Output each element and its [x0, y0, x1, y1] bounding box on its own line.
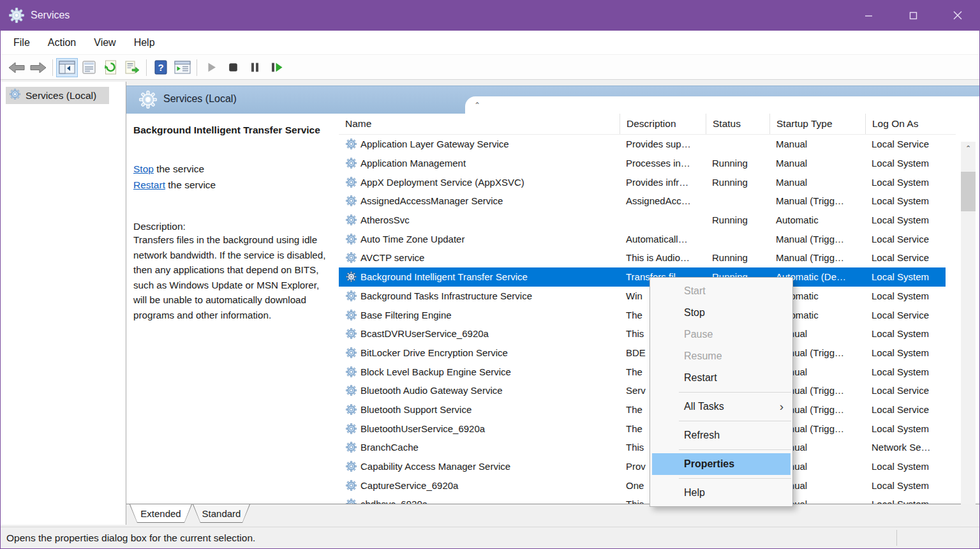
forward-icon	[29, 61, 47, 75]
service-action-links: Stop the service Restart the service	[133, 161, 332, 193]
service-row[interactable]: Block Level Backup Engine ServiceTheManu…	[339, 362, 946, 381]
menu-help[interactable]: Help	[125, 31, 164, 54]
show-action-pane-button[interactable]	[172, 58, 193, 77]
service-row[interactable]: BluetoothUserService_6920aTheManual (Tri…	[339, 419, 946, 438]
service-row[interactable]: Base Filtering EngineTheAutomaticLocal S…	[339, 305, 946, 324]
service-row[interactable]: Capability Access Manager ServiceProvMan…	[339, 457, 946, 476]
context-menu-item-label: Resume	[684, 350, 722, 361]
cell-startup: Manual (Trigg…	[769, 234, 865, 244]
service-name: Application Layer Gateway Service	[360, 139, 509, 149]
show-console-tree-button[interactable]	[56, 58, 78, 77]
cell-name: AVCTP service	[339, 252, 620, 263]
cell-description: Automaticall…	[620, 234, 706, 244]
list-rows: Application Layer Gateway ServiceProvide…	[339, 135, 956, 504]
service-row[interactable]: Bluetooth Audio Gateway ServiceServManua…	[339, 381, 946, 400]
service-name: Bluetooth Audio Gateway Service	[360, 385, 503, 396]
cell-name: Background Intelligent Transfer Service	[339, 271, 620, 282]
scroll-up-icon[interactable]: ⌃	[961, 142, 976, 154]
service-row[interactable]: Application ManagementProcesses in…Runni…	[339, 154, 946, 173]
service-row[interactable]: CaptureService_6920aOneManualLocal Syste…	[339, 476, 946, 495]
pause-service-button[interactable]	[244, 58, 265, 77]
cell-logon: Local Service	[865, 404, 946, 415]
context-menu-item-pause: Pause	[650, 324, 792, 345]
refresh-button[interactable]	[100, 58, 121, 77]
close-button[interactable]	[935, 0, 980, 31]
service-gear-icon	[346, 139, 357, 149]
cell-name: Base Filtering Engine	[339, 310, 620, 320]
service-row[interactable]: AVCTP serviceThis is Audio…RunningManual…	[339, 248, 946, 267]
toolbar-separator	[146, 59, 147, 76]
selected-service-title: Background Intelligent Transfer Service	[133, 123, 323, 138]
context-menu-item-stop[interactable]: Stop	[650, 302, 792, 324]
cell-status: Running	[706, 214, 769, 225]
maximize-button[interactable]	[891, 0, 935, 31]
services-gear-icon	[10, 89, 20, 102]
extended-info-pane: Background Intelligent Transfer Service …	[126, 114, 339, 504]
column-header-log-on-as[interactable]: Log On As	[865, 114, 956, 134]
menu-action[interactable]: Action	[39, 31, 85, 54]
tab-standard[interactable]: Standard	[193, 504, 250, 523]
menu-view[interactable]: View	[85, 31, 124, 54]
properties-button[interactable]	[78, 58, 100, 77]
context-menu-item-properties[interactable]: Properties	[652, 453, 791, 475]
service-row[interactable]: AssignedAccessManager ServiceAssignedAcc…	[339, 192, 946, 211]
minimize-button[interactable]	[846, 0, 891, 31]
service-name: BranchCache	[360, 442, 419, 453]
scrollbar-thumb[interactable]	[961, 172, 976, 211]
column-header-startup-type[interactable]: Startup Type	[769, 114, 865, 134]
context-menu-item-restart[interactable]: Restart	[650, 367, 792, 389]
back-button[interactable]	[6, 58, 27, 77]
column-header-name[interactable]: Name	[339, 114, 620, 134]
service-row[interactable]: Application Layer Gateway ServiceProvide…	[339, 135, 946, 154]
cell-logon: Local System	[865, 328, 946, 339]
cell-logon: Local System	[865, 423, 946, 434]
cell-logon: Local System	[865, 271, 946, 282]
context-menu-item-all-tasks[interactable]: All Tasks›	[650, 396, 792, 417]
service-name: Application Management	[360, 158, 466, 169]
export-list-button[interactable]	[121, 58, 143, 77]
tree-item-services-local[interactable]: Services (Local)	[6, 87, 109, 104]
service-row[interactable]: BitLocker Drive Encryption ServiceBDEMan…	[339, 343, 946, 363]
service-row[interactable]: Auto Time Zone UpdaterAutomaticall…Manua…	[339, 229, 946, 248]
svg-text:?: ?	[158, 62, 163, 73]
service-name: Auto Time Zone Updater	[360, 234, 464, 244]
service-row[interactable]: BcastDVRUserService_6920aThisManualLocal…	[339, 324, 946, 343]
title-bar[interactable]: Services	[0, 0, 980, 31]
column-header-description[interactable]: Description	[620, 114, 706, 134]
menu-file[interactable]: File	[4, 31, 39, 54]
help-button[interactable]: ?	[150, 58, 172, 77]
service-row[interactable]: Background Intelligent Transfer ServiceT…	[339, 267, 946, 287]
restart-service-link[interactable]: Restart	[133, 179, 165, 190]
service-row[interactable]: Background Tasks Infrastructure ServiceW…	[339, 287, 946, 306]
menu-bar: FileActionViewHelp	[1, 31, 979, 55]
column-header-status[interactable]: Status	[706, 114, 769, 134]
cell-name: BcastDVRUserService_6920a	[339, 328, 620, 339]
service-gear-icon	[346, 195, 357, 206]
service-row[interactable]: Bluetooth Support ServiceTheManual (Trig…	[339, 400, 946, 419]
stop-service-button[interactable]	[222, 58, 244, 77]
cell-logon: Local Service	[865, 310, 946, 320]
service-row[interactable]: AtherosSvcRunningAutomaticLocal System	[339, 211, 946, 230]
service-row[interactable]: AppX Deployment Service (AppXSVC)Provide…	[339, 172, 946, 192]
description-text: Transfers files in the background using …	[133, 232, 327, 322]
service-gear-icon	[346, 290, 357, 301]
vertical-scrollbar[interactable]: ⌃ ⌄	[961, 142, 976, 532]
context-menu-item-label: Refresh	[684, 430, 720, 440]
restart-service-button[interactable]	[265, 58, 287, 77]
service-gear-icon	[346, 158, 357, 169]
sort-asc-icon[interactable]: ⌃	[474, 102, 480, 109]
stop-service-link[interactable]: Stop	[133, 163, 154, 174]
service-row[interactable]: cbdhsvc_6920aThisManualLocal System	[339, 495, 946, 504]
description-label: Description:	[133, 221, 332, 232]
context-menu-item-help[interactable]: Help	[650, 482, 792, 504]
service-row[interactable]: BranchCacheThisManualNetwork Se…	[339, 438, 946, 457]
cell-startup: Automatic	[769, 214, 865, 225]
context-menu-item-refresh[interactable]: Refresh	[650, 425, 792, 446]
cell-name: Application Management	[339, 158, 620, 169]
stop-service-line: Stop the service	[133, 161, 332, 177]
refresh-icon	[103, 60, 118, 75]
service-name: Background Intelligent Transfer Service	[360, 271, 528, 282]
tab-extended[interactable]: Extended	[130, 504, 192, 523]
service-name: Background Tasks Infrastructure Service	[360, 290, 532, 301]
forward-button[interactable]	[27, 58, 49, 77]
